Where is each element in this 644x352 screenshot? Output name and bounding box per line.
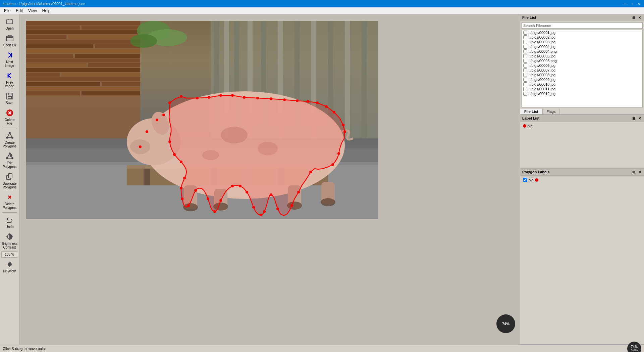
label-list-close-icon[interactable]: ✕	[637, 116, 642, 121]
svg-point-103	[283, 98, 286, 101]
list-item[interactable]: l:/pigs/00001.jpg	[522, 30, 642, 35]
file-list-close-icon[interactable]: ✕	[637, 15, 642, 20]
fit-width-icon	[5, 260, 14, 269]
prev-image-button[interactable]: Prev Image	[1, 70, 18, 89]
polygon-label-checkbox[interactable]	[523, 178, 527, 182]
list-item[interactable]: l:/pigs/00010.jpg	[522, 82, 642, 87]
polygon-labels-header: Polygon Labels ⊞ ✕	[520, 169, 644, 176]
status-coords: 0/0%	[631, 349, 638, 352]
list-item[interactable]: l:/pigs/00012.jpg	[522, 91, 642, 96]
annotation-canvas[interactable]	[26, 21, 378, 219]
file-name: l:/pigs/00005.jpg	[529, 54, 641, 58]
svg-point-119	[260, 214, 262, 216]
zoom-pct-button[interactable]: 106 %	[1, 251, 18, 258]
svg-point-15	[12, 158, 13, 159]
polygon-labels-close-icon[interactable]: ✕	[637, 170, 642, 174]
file-checkbox[interactable]	[523, 63, 527, 68]
menu-bar: File Edit View Help	[0, 7, 644, 14]
left-toolbar: Open Open Dir Next Image	[0, 14, 19, 345]
open-dir-label: Open Dir	[3, 43, 16, 47]
svg-point-109	[342, 124, 344, 126]
canvas-container[interactable]	[26, 21, 378, 219]
svg-rect-32	[26, 30, 140, 34]
open-dir-button[interactable]: Open Dir	[1, 32, 18, 48]
list-item[interactable]: l:/pigs/00002.jpg	[522, 35, 642, 40]
polygon-labels-pin-icon[interactable]: ⊞	[631, 170, 636, 174]
file-list-scroll[interactable]: l:/pigs/00001.jpg l:/pigs/00002.jpg l:/p…	[522, 30, 643, 107]
minimize-button[interactable]: ─	[623, 1, 628, 6]
close-button[interactable]: ✕	[636, 1, 641, 6]
search-input[interactable]	[522, 23, 643, 29]
file-name: l:/pigs/00004.png	[529, 49, 641, 53]
menu-view[interactable]: View	[25, 8, 40, 14]
file-list-tabs: File List Flags	[520, 109, 644, 115]
list-item[interactable]: l:/pigs/00005.png	[522, 58, 642, 63]
edit-polygons-button[interactable]: Edit Polygons	[1, 150, 18, 170]
list-item[interactable]: l:/pigs/00008.jpg	[522, 73, 642, 77]
delete-polygons-button[interactable]: Delete Polygons	[1, 191, 18, 211]
list-item[interactable]: l:/pigs/00003.jpg	[522, 40, 642, 44]
file-name: l:/pigs/00006.jpg	[529, 63, 641, 68]
file-checkbox[interactable]	[523, 73, 527, 77]
delete-file-button[interactable]: Delete File	[1, 107, 18, 127]
open-icon	[5, 17, 14, 26]
undo-button[interactable]: Undo	[1, 214, 18, 230]
svg-point-77	[130, 34, 157, 48]
file-checkbox[interactable]	[523, 87, 527, 91]
file-checkbox[interactable]	[523, 82, 527, 86]
svg-rect-63	[345, 21, 350, 138]
svg-point-133	[173, 153, 176, 156]
title-bar: labelme - l:/pigs/label/labelme/00001_la…	[0, 0, 644, 7]
main-area: Open Open Dir Next Image	[0, 14, 644, 345]
brightness-contrast-button[interactable]: Brightness Contrast	[1, 231, 18, 251]
menu-help[interactable]: Help	[40, 8, 53, 14]
tab-file-list[interactable]: File List	[520, 109, 543, 114]
list-item[interactable]: l:/pigs/00005.jpg	[522, 54, 642, 58]
svg-rect-36	[26, 44, 93, 48]
duplicate-polygons-icon	[5, 172, 14, 181]
tab-flags[interactable]: Flags	[543, 109, 560, 114]
label-list-pin-icon[interactable]: ⊞	[631, 116, 636, 121]
next-image-button[interactable]: Next Image	[1, 49, 18, 69]
label-list-content: pig	[520, 122, 644, 168]
file-checkbox[interactable]	[523, 54, 527, 58]
list-item[interactable]: l:/pigs/00011.jpg	[522, 87, 642, 91]
file-checkbox[interactable]	[523, 59, 527, 63]
file-checkbox[interactable]	[523, 68, 527, 72]
label-item: pig	[522, 123, 643, 129]
duplicate-polygons-button[interactable]: Duplicate Polygons	[1, 171, 18, 190]
svg-rect-64	[362, 21, 367, 138]
svg-point-105	[307, 100, 309, 103]
menu-edit[interactable]: Edit	[13, 8, 25, 14]
open-button[interactable]: Open	[1, 15, 18, 32]
maximize-button[interactable]: □	[629, 1, 635, 6]
svg-rect-30	[26, 26, 80, 30]
fit-width-button[interactable]: Fit Width	[1, 258, 18, 274]
svg-point-110	[343, 130, 346, 133]
file-checkbox[interactable]	[523, 78, 527, 82]
create-polygons-button[interactable]: Create Polygons	[1, 130, 18, 149]
file-checkbox[interactable]	[523, 45, 527, 49]
list-item[interactable]: l:/pigs/00004.jpg	[522, 44, 642, 49]
svg-rect-48	[26, 82, 100, 86]
menu-file[interactable]: File	[1, 8, 13, 14]
canvas-area[interactable]: 74%	[19, 14, 520, 345]
svg-point-111	[337, 152, 340, 155]
file-checkbox[interactable]	[523, 92, 527, 96]
svg-rect-35	[26, 40, 140, 44]
list-item[interactable]: l:/pigs/00004.png	[522, 49, 642, 54]
list-item[interactable]: l:/pigs/00009.jpg	[522, 77, 642, 82]
file-checkbox[interactable]	[523, 49, 527, 53]
file-checkbox[interactable]	[523, 35, 527, 39]
list-item[interactable]: l:/pigs/00006.jpg	[522, 63, 642, 68]
polygon-labels-panel: Polygon Labels ⊞ ✕ pig	[520, 169, 644, 345]
file-list-panel: File List ⊞ ✕ l:/pigs/00001.jpg l:/pigs/…	[520, 14, 644, 115]
svg-point-100	[243, 96, 246, 99]
save-button[interactable]: Save	[1, 90, 18, 106]
svg-rect-4	[8, 93, 11, 95]
file-list-header-controls: ⊞ ✕	[631, 15, 642, 20]
file-list-pin-icon[interactable]: ⊞	[631, 15, 636, 20]
list-item[interactable]: l:/pigs/00007.jpg	[522, 68, 642, 73]
file-checkbox[interactable]	[523, 31, 527, 35]
file-checkbox[interactable]	[523, 40, 527, 44]
